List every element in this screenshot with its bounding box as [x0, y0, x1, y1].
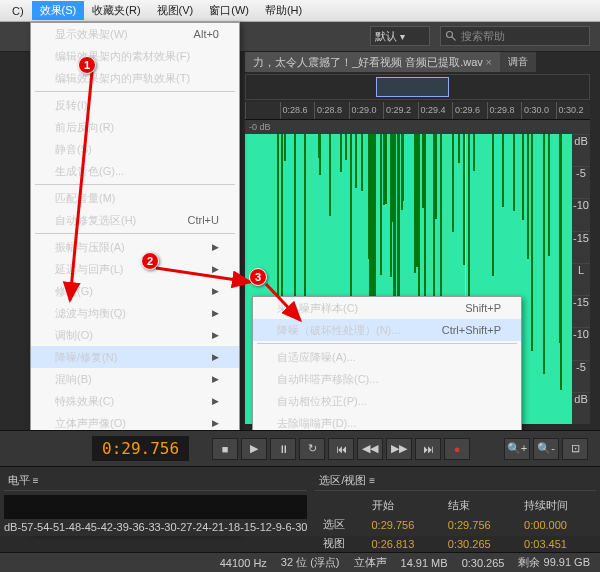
- menu-item[interactable]: 调制(O)▶: [31, 324, 239, 346]
- annotation-2: 2: [141, 252, 159, 270]
- menu-favorites[interactable]: 收藏夹(R): [84, 1, 148, 20]
- timecode-display[interactable]: 0:29.756: [92, 436, 189, 461]
- menu-item[interactable]: 反转(I): [31, 94, 239, 116]
- menu-item[interactable]: 静音(S): [31, 138, 239, 160]
- loop-button[interactable]: ↻: [299, 438, 325, 460]
- menu-item[interactable]: 滤波与均衡(Q)▶: [31, 302, 239, 324]
- menu-window[interactable]: 窗口(W): [201, 1, 257, 20]
- menu-item[interactable]: 混响(B)▶: [31, 368, 239, 390]
- annotation-3: 3: [249, 268, 267, 286]
- transport-bar: 0:29.756 ■ ▶ ⏸ ↻ ⏮ ◀◀ ▶▶ ⏭ ● 🔍+ 🔍- ⊡: [0, 430, 600, 466]
- menubar: C) 效果(S) 收藏夹(R) 视图(V) 窗口(W) 帮助(H): [0, 0, 600, 22]
- forward-button[interactable]: ▶▶: [386, 438, 412, 460]
- table-row: 视图0:26.8130:30.2650:03.451: [317, 535, 594, 552]
- menu-item[interactable]: 特殊效果(C)▶: [31, 390, 239, 412]
- menu-item[interactable]: 匹配音量(M): [31, 187, 239, 209]
- status-bar: 44100 Hz32 位 (浮点)立体声14.91 MB0:30.265剩余 9…: [0, 552, 600, 572]
- overview-strip[interactable]: [245, 74, 590, 100]
- menu-item[interactable]: 延迟与回声(L)▶: [31, 258, 239, 280]
- menu-item[interactable]: 自动修复选区(H)Ctrl+U: [31, 209, 239, 231]
- menu-item[interactable]: 振幅与压限(A)▶: [31, 236, 239, 258]
- play-button[interactable]: ▶: [241, 438, 267, 460]
- time-ruler[interactable]: 0:28.60:28.80:29.00:29.20:29.40:29.60:29…: [245, 102, 590, 120]
- table-row: 选区0:29.7560:29.7560:00.000: [317, 516, 594, 533]
- help-search[interactable]: 搜索帮助: [440, 26, 590, 46]
- zoom-out-button[interactable]: 🔍-: [533, 438, 559, 460]
- menu-item: 编辑效果架内的素材效果(F): [31, 45, 239, 67]
- menu-help[interactable]: 帮助(H): [257, 1, 310, 20]
- menu-effects[interactable]: 效果(S): [32, 1, 85, 20]
- zoom-in-button[interactable]: 🔍+: [504, 438, 530, 460]
- db-bar: -0 dB: [245, 120, 590, 134]
- selection-title: 选区/视图 ≡: [315, 471, 596, 491]
- level-meter-title: 电平 ≡: [4, 471, 307, 491]
- menu-item[interactable]: 自适应降噪(A)...: [253, 346, 521, 368]
- pause-button[interactable]: ⏸: [270, 438, 296, 460]
- menu-item[interactable]: 降噪/修复(N)▶: [31, 346, 239, 368]
- amplitude-scale: dB-5-10-15L-15-10-5dB: [572, 134, 590, 424]
- level-meter-scale: dB-57-54-51-48-45-42-39-36-33-30-27-24-2…: [4, 521, 307, 533]
- svg-point-0: [447, 32, 453, 38]
- workspace-dropdown[interactable]: 默认 ▾: [370, 26, 430, 46]
- selection-panel: 选区/视图 ≡ 开始结束持续时间 选区0:29.7560:29.7560:00.…: [311, 467, 600, 536]
- menu-item[interactable]: 前后反向(R): [31, 116, 239, 138]
- skip-back-button[interactable]: ⏮: [328, 438, 354, 460]
- search-placeholder: 搜索帮助: [461, 29, 505, 44]
- menu-item[interactable]: 降噪（破坏性处理）(N)...Ctrl+Shift+P: [253, 319, 521, 341]
- menu-item: 编辑效果架内的声轨效果(T): [31, 67, 239, 89]
- menu-item[interactable]: 生成音色(G)...: [31, 160, 239, 182]
- svg-line-1: [452, 37, 456, 41]
- menu-item[interactable]: 修复(G)▶: [31, 280, 239, 302]
- record-button[interactable]: ●: [444, 438, 470, 460]
- rewind-button[interactable]: ◀◀: [357, 438, 383, 460]
- skip-fwd-button[interactable]: ⏭: [415, 438, 441, 460]
- search-icon: [445, 30, 457, 42]
- bottom-panels: 电平 ≡ dB-57-54-51-48-45-42-39-36-33-30-27…: [0, 466, 600, 536]
- file-tab[interactable]: 力，太令人震撼了！_好看视频 音频已提取.wav ×: [245, 52, 501, 72]
- menu-view[interactable]: 视图(V): [149, 1, 202, 20]
- level-meter-panel: 电平 ≡ dB-57-54-51-48-45-42-39-36-33-30-27…: [0, 467, 311, 536]
- menu-item[interactable]: 显示效果架(W)Alt+0: [31, 23, 239, 45]
- menu-item: 采集噪声样本(C)Shift+P: [253, 297, 521, 319]
- annotation-1: 1: [78, 56, 96, 74]
- close-icon[interactable]: ×: [486, 56, 492, 68]
- zoom-fit-button[interactable]: ⊡: [562, 438, 588, 460]
- menu-item[interactable]: 自动相位校正(P)...: [253, 390, 521, 412]
- level-meter-bars: [4, 495, 307, 519]
- selection-table: 开始结束持续时间 选区0:29.7560:29.7560:00.000 视图0:…: [315, 495, 596, 554]
- mixer-tab[interactable]: 调音: [500, 52, 536, 72]
- menu-item[interactable]: 自动咔嗒声移除(C)...: [253, 368, 521, 390]
- stop-button[interactable]: ■: [212, 438, 238, 460]
- overview-selection[interactable]: [376, 77, 449, 97]
- menu-c[interactable]: C): [4, 3, 32, 19]
